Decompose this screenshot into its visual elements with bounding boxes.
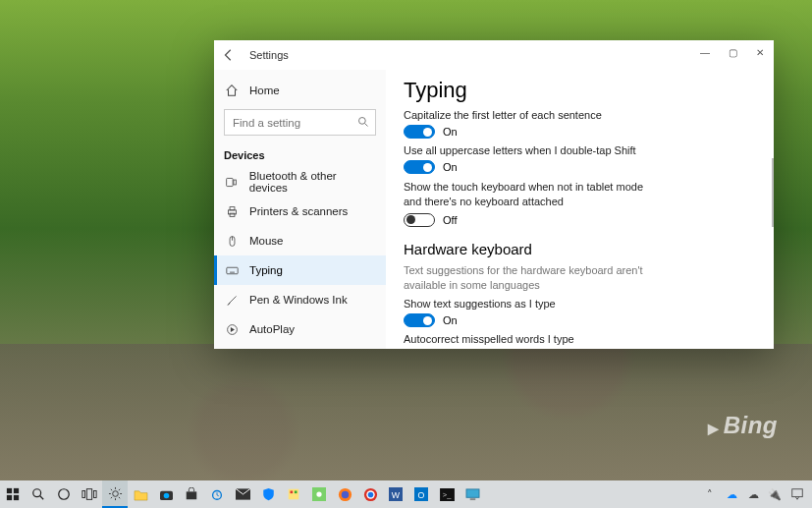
sidebar-item-usb[interactable]: USB [214, 344, 386, 349]
section-subtext: Text suggestions for the hardware keyboa… [404, 263, 659, 293]
taskbar-app-settings[interactable] [102, 480, 128, 508]
tray-power-icon[interactable]: 🔌 [767, 486, 783, 502]
svg-rect-49 [466, 488, 479, 496]
home-icon [224, 84, 240, 97]
svg-rect-24 [82, 490, 85, 497]
search-input[interactable] [224, 109, 376, 136]
toggle-touch-keyboard[interactable] [404, 213, 435, 227]
svg-rect-19 [7, 495, 12, 500]
titlebar[interactable]: Settings — ▢ ✕ [214, 40, 774, 70]
section-heading: Hardware keyboard [404, 241, 756, 257]
sidebar-item-label: Pen & Windows Ink [249, 294, 348, 306]
taskbar-app-alarms[interactable] [204, 480, 230, 508]
taskview-button[interactable] [77, 480, 102, 508]
tray-chevron-icon[interactable]: ˄ [702, 486, 718, 502]
toggle-uppercase[interactable] [404, 160, 435, 174]
sidebar-item-label: Home [249, 85, 280, 96]
sidebar-item-bluetooth[interactable]: Bluetooth & other devices [214, 167, 386, 197]
taskbar-app-store[interactable] [179, 480, 204, 508]
tray-cloud-icon[interactable]: ☁ [745, 486, 761, 502]
sidebar-item-pen[interactable]: Pen & Windows Ink [214, 285, 386, 314]
taskbar-app-security[interactable] [255, 480, 281, 508]
bing-watermark: Bing [708, 412, 778, 439]
sidebar-item-home[interactable]: Home [214, 76, 386, 105]
settings-sidebar: Home Devices Bluetooth & other devices P… [214, 70, 386, 349]
sidebar-item-typing[interactable]: Typing [214, 255, 386, 285]
cortana-button[interactable] [51, 480, 77, 508]
taskbar-app-outlook[interactable]: O [408, 480, 434, 508]
svg-rect-18 [14, 488, 19, 493]
bluetooth-icon [224, 176, 240, 189]
toggle-text-suggestions[interactable] [404, 313, 435, 327]
taskbar-app-mail[interactable] [230, 480, 255, 508]
svg-rect-9 [226, 267, 237, 274]
sidebar-item-label: AutoPlay [249, 323, 295, 335]
search-box [224, 109, 376, 136]
setting-label: Show the touch keyboard when not in tabl… [404, 180, 659, 209]
search-icon [357, 116, 369, 128]
svg-rect-3 [234, 180, 236, 185]
svg-rect-20 [14, 495, 19, 500]
taskbar-app-onenote[interactable] [306, 480, 332, 508]
minimize-button[interactable]: — [691, 40, 719, 64]
sidebar-item-printers[interactable]: Printers & scanners [214, 197, 386, 226]
svg-rect-51 [792, 489, 803, 497]
taskbar-app-camera[interactable] [153, 480, 179, 508]
taskbar: W O >_ ˄ ☁ ☁ 🔌 [0, 480, 812, 508]
svg-rect-26 [93, 490, 96, 497]
svg-line-1 [365, 124, 368, 127]
toggle-capitalize[interactable] [404, 125, 435, 139]
system-tray: ˄ ☁ ☁ 🔌 [702, 485, 812, 503]
svg-point-21 [33, 489, 41, 497]
sidebar-item-label: Printers & scanners [249, 205, 348, 217]
svg-rect-33 [289, 489, 299, 500]
taskbar-app-firefox[interactable] [332, 480, 357, 508]
setting-label: Use all uppercase letters when I double-… [404, 144, 756, 156]
autoplay-icon [224, 323, 240, 336]
printer-icon [224, 205, 240, 218]
mouse-icon [224, 235, 240, 248]
taskbar-app-pc[interactable] [460, 480, 485, 508]
svg-text:O: O [418, 490, 425, 500]
keyboard-icon [224, 264, 240, 277]
maximize-button[interactable]: ▢ [719, 40, 746, 64]
page-heading: Typing [404, 78, 756, 103]
svg-rect-25 [86, 489, 91, 500]
toggle-state: On [443, 161, 458, 173]
window-title: Settings [249, 49, 289, 61]
taskbar-app-word[interactable]: W [383, 480, 408, 508]
svg-point-0 [359, 118, 366, 125]
sidebar-item-autoplay[interactable]: AutoPlay [214, 314, 386, 344]
svg-point-39 [341, 490, 349, 498]
setting-label: Autocorrect misspelled words I type [404, 333, 756, 345]
tray-onedrive-icon[interactable]: ☁ [724, 486, 739, 502]
svg-rect-30 [187, 491, 197, 499]
pen-icon [224, 294, 240, 307]
sidebar-item-mouse[interactable]: Mouse [214, 226, 386, 255]
svg-point-42 [367, 491, 373, 497]
svg-rect-34 [291, 491, 294, 494]
settings-window: Settings — ▢ ✕ Home Devices [214, 40, 774, 349]
action-center-icon[interactable] [788, 485, 806, 503]
svg-rect-50 [469, 498, 475, 500]
taskbar-app-cmd[interactable]: >_ [434, 480, 460, 508]
back-button[interactable] [222, 48, 242, 62]
scrollbar-icon[interactable] [772, 158, 774, 227]
svg-text:>_: >_ [442, 490, 451, 499]
svg-point-23 [59, 489, 70, 500]
toggle-state: Off [443, 214, 457, 226]
taskbar-app-chrome[interactable] [357, 480, 383, 508]
start-button[interactable] [0, 480, 26, 508]
settings-content[interactable]: Typing Capitalize the first letter of ea… [386, 70, 774, 349]
close-button[interactable]: ✕ [746, 40, 774, 64]
svg-point-29 [163, 492, 169, 498]
taskbar-app-explorer[interactable] [128, 480, 153, 508]
sidebar-item-label: Mouse [249, 235, 284, 247]
taskbar-search-button[interactable] [26, 480, 51, 508]
svg-text:W: W [392, 490, 401, 500]
setting-label: Capitalize the first letter of each sent… [404, 109, 756, 121]
svg-line-22 [40, 496, 44, 500]
sidebar-item-label: Bluetooth & other devices [249, 170, 376, 194]
taskbar-app-paint[interactable] [281, 480, 306, 508]
svg-rect-5 [230, 206, 235, 209]
